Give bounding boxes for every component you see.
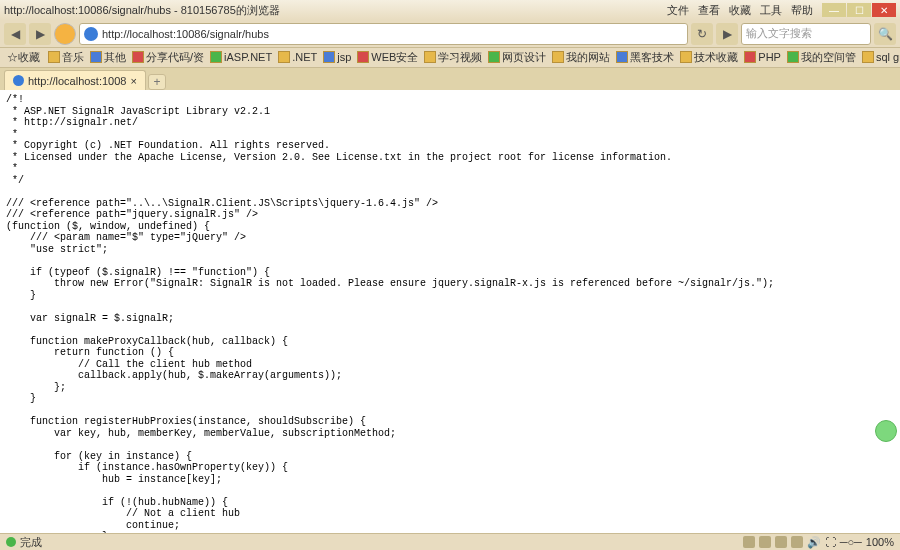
tab-bar: http://localhost:1008 × + <box>0 68 900 90</box>
folder-icon <box>357 51 369 63</box>
bookmark-item[interactable]: PHP <box>741 51 784 63</box>
folder-icon <box>552 51 564 63</box>
menu-bar: 文件 查看 收藏 工具 帮助 <box>664 3 816 18</box>
url-text: http://localhost:10086/signalr/hubs <box>102 28 269 40</box>
folder-icon <box>616 51 628 63</box>
bookmark-item[interactable]: .NET <box>275 51 320 63</box>
bookmark-item[interactable]: sql guid 例 <box>859 50 900 65</box>
tab-active[interactable]: http://localhost:1008 × <box>4 70 146 90</box>
maximize-button[interactable]: ☐ <box>847 3 871 17</box>
new-tab-button[interactable]: + <box>148 74 166 90</box>
forward-button[interactable]: ▶ <box>29 23 51 45</box>
status-icon-1[interactable] <box>743 536 755 548</box>
speaker-icon[interactable]: 🔊 <box>807 536 821 549</box>
window-title: http://localhost:10086/signalr/hubs - 81… <box>4 3 664 18</box>
menu-help[interactable]: 帮助 <box>791 4 813 16</box>
tab-globe-icon <box>13 75 24 86</box>
folder-icon <box>744 51 756 63</box>
menu-file[interactable]: 文件 <box>667 4 689 16</box>
status-check-icon <box>6 537 16 547</box>
folder-icon <box>680 51 692 63</box>
bookmark-item[interactable]: 技术收藏 <box>677 50 741 65</box>
folder-icon <box>488 51 500 63</box>
bookmark-item[interactable]: 其他 <box>87 50 129 65</box>
fullscreen-icon[interactable]: ⛶ <box>825 536 836 548</box>
refresh-button[interactable]: ↻ <box>691 23 713 45</box>
source-code: /*! * ASP.NET SignalR JavaScript Library… <box>6 94 894 533</box>
tab-label: http://localhost:1008 <box>28 75 126 87</box>
folder-icon <box>132 51 144 63</box>
status-text: 完成 <box>20 535 42 550</box>
bookmark-item[interactable]: 黑客技术 <box>613 50 677 65</box>
zoom-slider[interactable]: ─○─ <box>840 536 862 548</box>
folder-icon <box>278 51 290 63</box>
title-bar: http://localhost:10086/signalr/hubs - 81… <box>0 0 900 20</box>
bookmark-item[interactable]: 分享代码/资 <box>129 50 207 65</box>
favorites-button[interactable]: ☆收藏 <box>4 50 43 65</box>
folder-icon <box>48 51 60 63</box>
bookmark-item[interactable]: 网页设计 <box>485 50 549 65</box>
folder-icon <box>90 51 102 63</box>
status-bar: 完成 🔊 ⛶ ─○─ 100% <box>0 533 900 550</box>
bookmark-item[interactable]: 学习视频 <box>421 50 485 65</box>
folder-icon <box>787 51 799 63</box>
status-icon-2[interactable] <box>759 536 771 548</box>
bookmark-item[interactable]: jsp <box>320 51 354 63</box>
avatar-icon[interactable] <box>54 23 76 45</box>
folder-icon <box>210 51 222 63</box>
bookmark-item[interactable]: 音乐 <box>45 50 87 65</box>
go-button[interactable]: ▶ <box>716 23 738 45</box>
zoom-level: 100% <box>866 536 894 548</box>
bookmark-item[interactable]: WEB安全 <box>354 50 421 65</box>
back-button[interactable]: ◀ <box>4 23 26 45</box>
menu-view[interactable]: 查看 <box>698 4 720 16</box>
float-bubble-icon[interactable] <box>875 420 897 442</box>
close-button[interactable]: ✕ <box>872 3 896 17</box>
content-area[interactable]: /*! * ASP.NET SignalR JavaScript Library… <box>0 90 900 533</box>
folder-icon <box>323 51 335 63</box>
search-input[interactable]: 输入文字搜索 <box>741 23 871 45</box>
tab-close-icon[interactable]: × <box>130 75 136 87</box>
bookmark-item[interactable]: 我的网站 <box>549 50 613 65</box>
url-input[interactable]: http://localhost:10086/signalr/hubs <box>79 23 688 45</box>
search-button[interactable]: 🔍 <box>874 23 896 45</box>
minimize-button[interactable]: — <box>822 3 846 17</box>
status-icon-3[interactable] <box>775 536 787 548</box>
bookmark-item[interactable]: 我的空间管 <box>784 50 859 65</box>
globe-icon <box>84 27 98 41</box>
menu-tools[interactable]: 工具 <box>760 4 782 16</box>
nav-bar: ◀ ▶ http://localhost:10086/signalr/hubs … <box>0 20 900 48</box>
status-icon-4[interactable] <box>791 536 803 548</box>
folder-icon <box>424 51 436 63</box>
bookmarks-bar: ☆收藏 音乐其他分享代码/资iASP.NET.NETjspWEB安全学习视频网页… <box>0 48 900 68</box>
bookmark-item[interactable]: iASP.NET <box>207 51 275 63</box>
folder-icon <box>862 51 874 63</box>
menu-fav[interactable]: 收藏 <box>729 4 751 16</box>
